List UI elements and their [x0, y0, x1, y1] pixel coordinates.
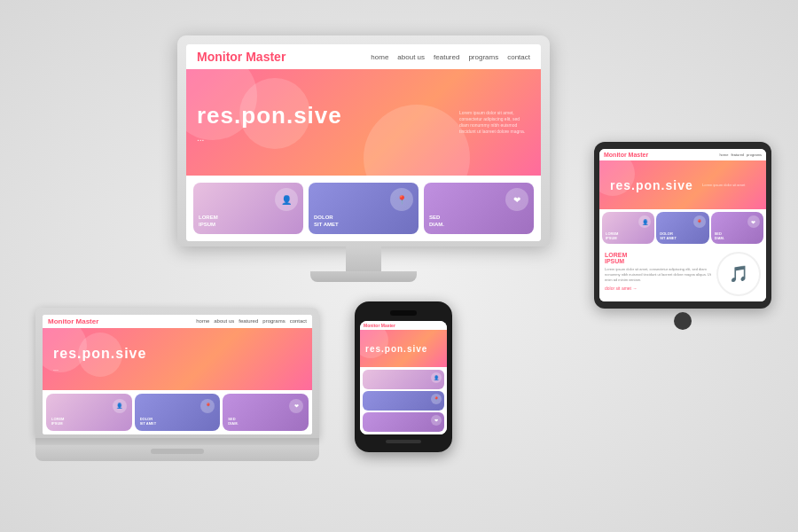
tablet-nav-programs: programs: [747, 153, 762, 157]
tablet-brand: Monitor Master: [604, 152, 648, 158]
laptop-nav-contact: contact: [290, 318, 307, 324]
laptop-nav-programs: programs: [262, 318, 285, 324]
tablet-card-3-label: SEDDIAM.: [715, 231, 760, 240]
monitor-card-3: ❤ SEDDIAM.: [424, 183, 534, 234]
phone-card-1-icon: 👤: [431, 372, 442, 383]
laptop-card-2: 📍 DOLORSIT AMET: [135, 394, 221, 431]
tablet-card-3: ❤ SEDDIAM.: [711, 212, 763, 244]
monitor-hero: res.pon.sive ... Lorem ipsum dolor sit a…: [186, 69, 541, 176]
nav-featured: featured: [434, 53, 459, 61]
tablet-card-2-label: DOLORSIT AMET: [660, 231, 705, 240]
tablet-hero: res.pon.sive Lorem ipsum dolor sit amet: [599, 160, 766, 209]
phone-notch: [390, 310, 417, 316]
monitor: Monitor Master home about us featured pr…: [177, 35, 550, 282]
nav-programs: programs: [468, 53, 498, 61]
tablet-lorem-title: LOREMIPSUM: [605, 252, 711, 264]
tablet-card-1-label: LOREMIPSUM: [606, 231, 651, 240]
nav-about: about us: [397, 53, 425, 61]
laptop-card-3-label: SEDDIAM.: [228, 417, 303, 426]
phone-card-2: 📍: [363, 391, 444, 411]
laptop-card-2-label: DOLORSIT AMET: [140, 417, 215, 426]
laptop: Monitor Master home about us featured pr…: [35, 308, 319, 461]
monitor-header: Monitor Master home about us featured pr…: [186, 44, 541, 69]
laptop-hero-dots: ...: [53, 365, 146, 372]
monitor-hero-desc: Lorem ipsum dolor sit amet, consectetur …: [459, 110, 530, 135]
monitor-card-2-label: DOLORSIT AMET: [314, 215, 413, 229]
monitor-card-2: 📍 DOLORSIT AMET: [309, 183, 419, 234]
tablet-card-3-icon: ❤: [747, 215, 760, 228]
laptop-nav-featured: featured: [239, 318, 258, 324]
monitor-card-3-icon: ❤: [505, 188, 528, 211]
laptop-card-3-icon: ❤: [289, 399, 303, 413]
nav-contact: contact: [507, 53, 530, 61]
laptop-hero: res.pon.sive ...: [43, 328, 312, 390]
monitor-hero-text: res.pon.sive ...: [186, 95, 353, 150]
tablet-home-button: [674, 312, 692, 330]
monitor-card-1-icon: 👤: [275, 188, 298, 211]
laptop-hero-text: res.pon.sive ...: [43, 339, 157, 379]
tablet-card-1-icon: 👤: [638, 215, 651, 228]
phone-brand: Monitor Master: [364, 323, 395, 328]
tablet-card-2: 📍 DOLORSIT AMET: [656, 212, 708, 244]
phone-header: Monitor Master: [360, 321, 447, 330]
monitor-card-1: 👤 LOREMIPSUM: [193, 183, 303, 234]
tablet-cta: dolor sit amet →: [605, 286, 711, 291]
laptop-cards: 👤 LOREMIPSUM 📍 DOLORSIT AMET ❤ SEDDIAM.: [43, 390, 312, 434]
nav-home: home: [371, 53, 388, 61]
laptop-nav: home about us featured programs contact: [196, 318, 307, 324]
tablet-nav-featured: featured: [731, 153, 744, 157]
monitor-card-2-icon: 📍: [390, 188, 413, 211]
monitor-hero-desc-text: Lorem ipsum dolor sit amet, consectetur …: [459, 110, 530, 135]
laptop-card-3: ❤ SEDDIAM.: [223, 394, 309, 431]
phone-home-bar: [386, 440, 421, 443]
laptop-keyboard: [35, 445, 319, 461]
tablet-lorem-text: Lorem ipsum dolor sit amet, consectetur …: [605, 267, 711, 283]
monitor-base: [310, 271, 417, 282]
scene: Monitor Master home about us featured pr…: [18, 18, 780, 514]
laptop-hero-title: res.pon.sive: [53, 346, 146, 362]
phone-card-3-icon: ❤: [431, 415, 442, 426]
tablet-circle-icon: 🎵: [716, 252, 761, 296]
phone-hero: res.pon.sive: [360, 330, 447, 367]
monitor-card-1-label: LOREMIPSUM: [199, 215, 298, 229]
tablet-hero-desc: Lorem ipsum dolor sit amet: [702, 183, 755, 188]
laptop-brand: Monitor Master: [48, 317, 98, 325]
monitor-cards: 👤 LOREMIPSUM 📍 DOLORSIT AMET ❤ SEDDIAM.: [186, 176, 541, 241]
tablet-hero-desc-text: Lorem ipsum dolor sit amet: [702, 183, 755, 188]
tablet-cards: 👤 LOREMIPSUM 📍 DOLORSIT AMET ❤ SEDDIAM.: [599, 209, 766, 246]
tablet-lorem-section: LOREMIPSUM Lorem ipsum dolor sit amet, c…: [605, 252, 711, 296]
monitor-nav: home about us featured programs contact: [371, 53, 530, 61]
laptop-header: Monitor Master home about us featured pr…: [43, 315, 312, 328]
phone-card-2-icon: 📍: [431, 394, 442, 404]
phone-hero-title: res.pon.sive: [365, 344, 427, 354]
tablet-extra: LOREMIPSUM Lorem ipsum dolor sit amet, c…: [599, 246, 766, 301]
laptop-card-1-label: LOREMIPSUM: [51, 417, 127, 426]
laptop-card-2-icon: 📍: [200, 399, 215, 413]
monitor-neck: [346, 246, 381, 271]
tablet-header: Monitor Master home featured programs: [599, 149, 766, 160]
phone-card-1: 👤: [363, 370, 444, 389]
laptop-card-1-icon: 👤: [113, 399, 127, 413]
phone-card-3: ❤: [363, 412, 444, 432]
tablet-nav: home featured programs: [719, 153, 762, 157]
phone: Monitor Master res.pon.sive 👤: [355, 301, 452, 452]
laptop-nav-about: about us: [214, 318, 234, 324]
tablet-hero-text: res.pon.sive: [599, 171, 704, 200]
tablet: Monitor Master home featured programs re…: [594, 142, 771, 330]
phone-hero-text: res.pon.sive: [360, 340, 433, 357]
monitor-card-3-label: SEDDIAM.: [429, 215, 528, 229]
tablet-card-2-icon: 📍: [693, 215, 706, 228]
monitor-hero-title: res.pon.sive: [197, 102, 342, 129]
tablet-hero-title: res.pon.sive: [610, 178, 693, 192]
tablet-nav-home: home: [719, 153, 728, 157]
laptop-hinge: [35, 438, 319, 445]
monitor-hero-dots: ...: [197, 133, 342, 143]
laptop-nav-home: home: [196, 318, 209, 324]
phone-cards: 👤 📍 ❤: [360, 367, 447, 434]
laptop-card-1: 👤 LOREMIPSUM: [46, 394, 132, 431]
monitor-brand: Monitor Master: [197, 50, 286, 64]
tablet-card-1: 👤 LOREMIPSUM: [602, 212, 654, 244]
